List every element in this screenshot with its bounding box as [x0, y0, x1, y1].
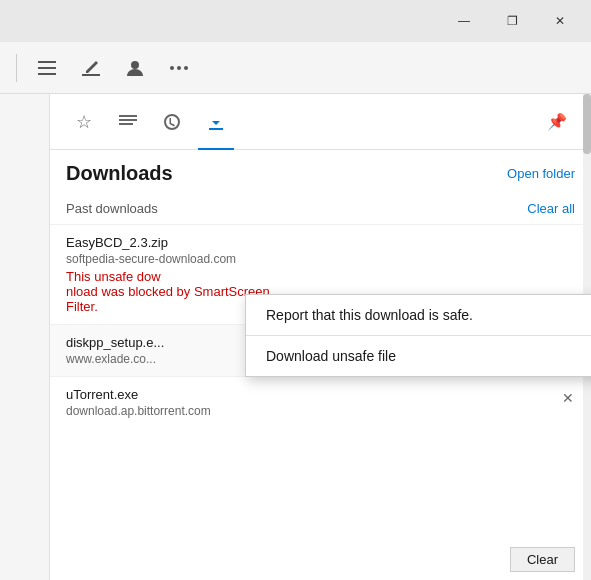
svg-point-7 — [184, 66, 188, 70]
download-item: uTorrent.exe download.ap.bittorrent.com … — [50, 376, 591, 428]
panel-header: Downloads Open folder — [50, 150, 591, 193]
svg-rect-0 — [38, 61, 56, 63]
favorites-tab[interactable]: ☆ — [66, 104, 102, 140]
svg-rect-2 — [38, 73, 56, 75]
restore-button[interactable]: ❐ — [489, 5, 535, 37]
pin-icon[interactable]: 📌 — [539, 104, 575, 140]
svg-point-5 — [170, 66, 174, 70]
section-header: Past downloads Clear all — [50, 193, 591, 224]
browser-toolbar — [0, 42, 591, 94]
context-menu: Report that this download is safe. Downl… — [245, 294, 591, 377]
clear-all-link[interactable]: Clear all — [527, 201, 575, 216]
download-source: softpedia-secure-download.com — [66, 252, 575, 266]
downloads-tab[interactable] — [198, 104, 234, 140]
history-tab[interactable] — [154, 104, 190, 140]
menu-icon[interactable] — [29, 50, 65, 86]
panel-container: ☆ 📌 Downloads Open folder Past downloads… — [0, 94, 591, 580]
svg-rect-10 — [119, 123, 133, 125]
reading-list-tab[interactable] — [110, 104, 146, 140]
svg-rect-1 — [38, 67, 56, 69]
context-menu-item-safe[interactable]: Report that this download is safe. — [246, 295, 591, 335]
download-filename: uTorrent.exe — [66, 387, 575, 402]
svg-rect-9 — [119, 119, 137, 121]
edit-icon[interactable] — [73, 50, 109, 86]
context-menu-item-unsafe[interactable]: Download unsafe file — [246, 336, 591, 376]
clear-button[interactable]: Clear — [510, 547, 575, 572]
svg-rect-8 — [119, 115, 137, 117]
download-close-button[interactable]: ✕ — [557, 387, 579, 409]
downloads-panel: ☆ 📌 Downloads Open folder Past downloads… — [50, 94, 591, 580]
scroll-thumb[interactable] — [583, 94, 591, 154]
close-button[interactable]: ✕ — [537, 5, 583, 37]
minimize-button[interactable]: — — [441, 5, 487, 37]
download-filename: EasyBCD_2.3.zip — [66, 235, 575, 250]
clear-btn-row: Clear — [50, 543, 591, 580]
panel-tabs: ☆ 📌 — [50, 94, 591, 150]
section-label: Past downloads — [66, 201, 158, 216]
panel-title: Downloads — [66, 162, 173, 185]
svg-point-4 — [131, 61, 139, 69]
download-source: download.ap.bittorrent.com — [66, 404, 575, 418]
profile-icon[interactable] — [117, 50, 153, 86]
more-options-icon[interactable] — [161, 50, 197, 86]
svg-rect-3 — [82, 74, 100, 76]
toolbar-divider — [16, 54, 17, 82]
open-folder-link[interactable]: Open folder — [507, 166, 575, 181]
title-bar: — ❐ ✕ — [0, 0, 591, 42]
svg-point-6 — [177, 66, 181, 70]
sidebar-strip — [0, 94, 50, 580]
